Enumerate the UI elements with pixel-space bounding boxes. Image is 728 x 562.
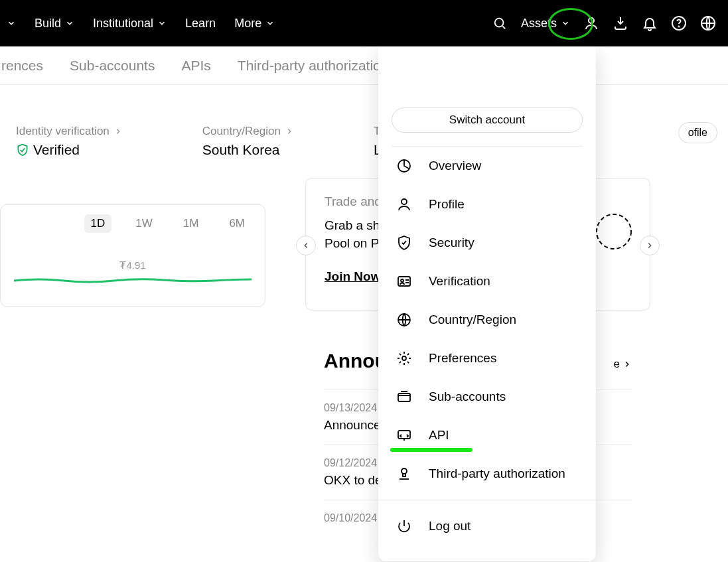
download-icon[interactable]	[613, 15, 628, 31]
bell-icon[interactable]	[642, 15, 658, 31]
range-1m[interactable]: 1M	[177, 214, 206, 233]
svg-rect-13	[398, 431, 410, 439]
dropdown-verification[interactable]: Verification	[392, 262, 583, 301]
shield-icon	[396, 234, 413, 251]
topnav-item-institutional[interactable]: Institutional	[93, 17, 167, 31]
svg-point-9	[401, 279, 403, 282]
chevron-right-icon	[285, 127, 294, 136]
range-1w[interactable]: 1W	[129, 214, 159, 233]
dropdown-item-label: Security	[429, 236, 474, 250]
loader-graphic	[594, 212, 634, 251]
chevron-down-icon	[561, 19, 570, 28]
info-label: Country/Region	[202, 125, 281, 138]
chevron-down-icon	[65, 19, 74, 28]
sub-nav: rences Sub-accounts APIs Third-party aut…	[0, 46, 728, 85]
search-icon[interactable]	[492, 15, 508, 31]
user-icon[interactable]	[583, 15, 599, 31]
chevron-down-icon	[265, 19, 275, 28]
range-1d[interactable]: 1D	[84, 214, 112, 233]
dropdown-item-label: Overview	[429, 159, 481, 173]
switch-account-button[interactable]: Switch account	[392, 107, 583, 133]
stamp-icon	[396, 465, 413, 482]
chevron-right-icon	[113, 127, 123, 136]
user-dropdown: Switch account Overview Profile Security…	[378, 46, 596, 561]
dropdown-item-label: API	[429, 428, 449, 443]
svg-point-7	[401, 199, 407, 204]
chevron-down-icon	[7, 19, 16, 28]
gear-icon	[396, 350, 413, 367]
idcard-icon	[396, 273, 413, 290]
dropdown-item-label: Log out	[429, 519, 471, 533]
api-icon	[396, 427, 413, 444]
chart-line	[14, 274, 252, 286]
dropdown-profile[interactable]: Profile	[392, 185, 583, 224]
topnav-item-learn[interactable]: Learn	[185, 17, 216, 31]
info-block-identity[interactable]: Identity verification Verified	[16, 125, 123, 158]
svg-point-0	[495, 19, 504, 27]
dropdown-item-label: Preferences	[429, 351, 496, 366]
help-icon[interactable]	[671, 15, 687, 31]
info-block-country[interactable]: Country/Region South Korea	[202, 125, 294, 158]
dropdown-preferences[interactable]: Preferences	[392, 339, 583, 378]
topnav-assets[interactable]: Assets	[521, 17, 570, 31]
range-6m[interactable]: 6M	[222, 214, 252, 233]
announcements-more-link[interactable]: e	[614, 358, 632, 371]
profile-chip[interactable]: ofile	[678, 122, 717, 143]
dropdown-item-label: Country/Region	[429, 313, 516, 327]
dropdown-item-label: Third-party authorization	[429, 466, 565, 481]
announcements-title: Annou	[324, 350, 387, 372]
subnav-tab-preferences[interactable]: rences	[0, 58, 43, 74]
chart-price: ₮4.91	[14, 259, 252, 271]
carousel-prev-button[interactable]	[296, 236, 316, 255]
dropdown-item-label: Verification	[429, 274, 490, 289]
divider	[378, 500, 596, 500]
svg-rect-12	[398, 393, 410, 401]
svg-point-3	[679, 27, 680, 27]
svg-point-11	[402, 356, 406, 360]
subnav-tab-sub-accounts[interactable]: Sub-accounts	[70, 58, 155, 74]
dropdown-country-region[interactable]: Country/Region	[392, 301, 583, 339]
dropdown-api[interactable]: API	[392, 416, 583, 455]
topnav-item-0[interactable]	[3, 19, 16, 28]
dropdown-third-party[interactable]: Third-party authorization	[392, 455, 583, 493]
chevron-down-icon	[157, 19, 167, 28]
dropdown-sub-accounts[interactable]: Sub-accounts	[392, 378, 583, 416]
pie-icon	[396, 157, 413, 175]
shield-check-icon	[16, 143, 29, 157]
info-value: South Korea	[202, 142, 294, 158]
carousel-next-button[interactable]	[640, 236, 660, 255]
topnav-item-build[interactable]: Build	[35, 17, 74, 31]
subnav-tab-third-party[interactable]: Third-party authorizatio	[238, 58, 381, 74]
wallet-icon	[396, 388, 413, 405]
top-nav: Build Institutional Learn More Assets	[0, 0, 728, 46]
info-label: Identity verification	[16, 125, 109, 138]
svg-point-1	[589, 18, 594, 23]
profile-icon	[396, 196, 413, 213]
svg-point-14	[401, 468, 407, 474]
dropdown-overview[interactable]: Overview	[392, 146, 583, 185]
dropdown-item-label: Sub-accounts	[429, 389, 506, 404]
dropdown-logout[interactable]: Log out	[392, 507, 583, 545]
chart-card: 1D 1W 1M 6M ₮4.91	[0, 204, 265, 307]
topnav-item-more[interactable]: More	[234, 17, 275, 31]
power-icon	[396, 518, 413, 535]
subnav-tab-apis[interactable]: APIs	[181, 58, 210, 74]
svg-point-5	[597, 214, 631, 249]
globe-icon[interactable]	[700, 15, 716, 31]
info-value: Verified	[33, 142, 80, 158]
dropdown-security[interactable]: Security	[392, 224, 583, 262]
dropdown-item-label: Profile	[429, 197, 465, 212]
globe-icon	[396, 311, 413, 328]
